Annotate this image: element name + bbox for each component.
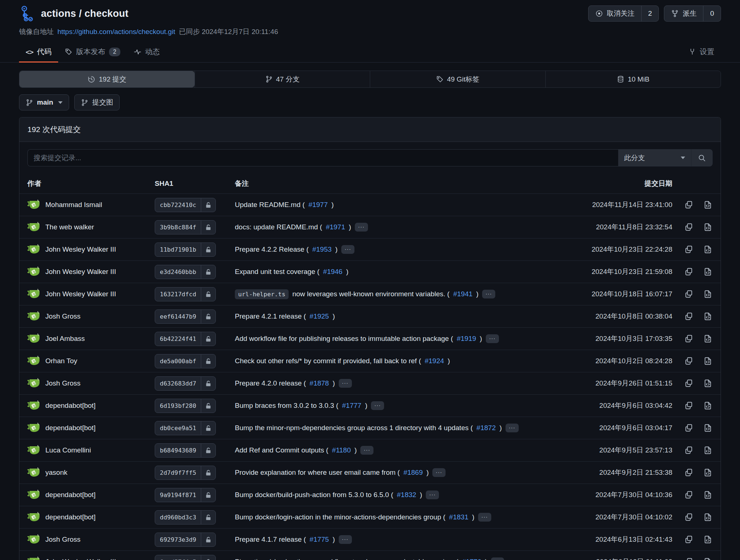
copy-sha-button[interactable] [684,401,694,410]
copy-sha-button[interactable] [684,200,694,210]
fork-count[interactable]: 0 [703,6,721,21]
copy-sha-button[interactable] [684,289,694,299]
commit-sha-badge[interactable]: e3d2460bbb [155,265,216,279]
fork-button[interactable]: 派生 0 [664,5,721,22]
expand-message-button[interactable]: ··· [482,290,495,298]
search-input[interactable] [27,149,618,166]
expand-message-button[interactable]: ··· [478,513,491,522]
copy-sha-button[interactable] [684,557,694,560]
view-file-at-commit-button[interactable] [703,446,713,455]
copy-sha-button[interactable] [684,334,694,343]
commit-sha-badge[interactable]: 6b42224f41 [155,332,216,346]
expand-message-button[interactable]: ··· [426,491,439,499]
commit-author[interactable]: Josh Gross [45,535,80,544]
commit-sha-badge[interactable]: 11bd71901b [155,243,216,257]
commit-sha[interactable]: cbb722410c [155,198,201,212]
view-file-at-commit-button[interactable] [703,468,713,477]
watch-count[interactable]: 2 [641,6,659,21]
commit-author[interactable]: Luca Comellini [45,446,91,454]
expand-message-button[interactable]: ··· [506,424,519,432]
commit-sha[interactable]: 6d193bf280 [155,399,201,413]
expand-message-button[interactable]: ··· [491,557,504,560]
tab-settings[interactable]: 设置 [682,42,721,62]
commit-sha[interactable]: dd960bd3c3 [155,511,201,524]
view-file-at-commit-button[interactable] [703,557,713,560]
expand-message-button[interactable]: ··· [432,468,446,477]
commit-author[interactable]: yasonk [45,469,67,477]
copy-sha-button[interactable] [684,490,694,500]
commit-sha-badge[interactable]: dd960bd3c3 [155,510,216,525]
copy-sha-button[interactable] [684,245,694,254]
commit-author[interactable]: dependabot[bot] [45,402,95,410]
tab-code[interactable]: <> 代码 [19,42,58,62]
commit-sha-badge[interactable]: de5a000abf [155,354,216,368]
commit-author[interactable]: Joel Ambass [45,335,85,343]
commit-author[interactable]: Josh Gross [45,379,80,387]
pr-link[interactable]: #1919 [457,335,476,343]
view-file-at-commit-button[interactable] [703,200,713,210]
pr-link[interactable]: #1953 [312,245,332,253]
commit-sha[interactable]: 11bd71901b [155,243,201,256]
commit-sha-badge[interactable]: 3b9b8c884f [155,220,216,234]
copy-sha-button[interactable] [684,535,694,544]
commit-author[interactable]: dependabot[bot] [45,424,95,432]
commit-sha-badge[interactable]: b684943689 [155,443,216,458]
copy-sha-button[interactable] [684,356,694,366]
commit-sha[interactable]: e3d2460bbb [155,265,201,279]
expand-message-button[interactable]: ··· [486,334,499,343]
commit-author[interactable]: John Wesley Walker III [45,245,116,253]
pr-link[interactable]: #1977 [308,201,328,209]
commit-sha[interactable]: 6b42224f41 [155,332,201,346]
branch-selector[interactable]: main [19,94,69,110]
pr-link[interactable]: #1878 [309,379,329,387]
pr-link[interactable]: #1946 [323,268,342,276]
stat-tags[interactable]: 49 Git标签 [370,71,545,87]
pr-link[interactable]: #1872 [477,424,496,432]
pr-link[interactable]: #1941 [453,290,473,298]
view-file-at-commit-button[interactable] [703,245,713,254]
view-file-at-commit-button[interactable] [703,267,713,277]
commit-author[interactable]: The web walker [45,223,94,231]
commit-author[interactable]: John Wesley Walker III [45,290,116,298]
commit-sha[interactable]: eef61447b9 [155,310,201,323]
pr-link[interactable]: #1775 [309,535,329,544]
copy-sha-button[interactable] [684,267,694,277]
pr-link[interactable]: #1971 [326,223,345,231]
commit-sha-badge[interactable]: 692973e3d9 [155,533,216,547]
commit-sha[interactable]: 163217dfcd [155,287,201,301]
pr-link[interactable]: #1832 [397,491,416,499]
commit-author[interactable]: Mohammad Ismail [45,201,102,209]
branch-scope-select[interactable]: 此分支 [618,149,691,166]
view-file-at-commit-button[interactable] [703,379,713,388]
copy-sha-button[interactable] [684,446,694,455]
commit-sha-badge[interactable]: db0cee9a51 [155,421,216,435]
commit-graph-button[interactable]: 提交图 [74,94,120,110]
commit-sha-badge[interactable]: d632683dd7 [155,376,216,391]
view-file-at-commit-button[interactable] [703,535,713,544]
stat-commits[interactable]: 192 提交 [19,71,195,87]
pr-link[interactable]: #1831 [449,513,469,521]
view-file-at-commit-button[interactable] [703,222,713,232]
pr-link[interactable]: #1925 [309,312,329,320]
view-file-at-commit-button[interactable] [703,312,713,321]
pr-link[interactable]: #1180 [332,446,351,454]
commit-author[interactable]: Josh Gross [45,312,80,320]
commit-sha-badge[interactable]: 6d193bf280 [155,399,216,413]
stat-branches[interactable]: 47 分支 [195,71,370,87]
commit-sha[interactable]: 3b9b8c884f [155,221,201,234]
copy-sha-button[interactable] [684,379,694,388]
view-file-at-commit-button[interactable] [703,401,713,410]
view-file-at-commit-button[interactable] [703,423,713,433]
search-button[interactable] [691,149,713,166]
view-file-at-commit-button[interactable] [703,334,713,343]
view-file-at-commit-button[interactable] [703,289,713,299]
commit-sha[interactable]: db0cee9a51 [155,421,201,435]
expand-message-button[interactable]: ··· [341,245,354,254]
view-file-at-commit-button[interactable] [703,490,713,500]
commit-sha[interactable]: 2d7d9f7ff5 [155,466,201,480]
commit-sha-badge[interactable]: eef61447b9 [155,309,216,324]
commit-sha[interactable]: d632683dd7 [155,377,201,390]
commit-sha-badge[interactable]: 2d7d9f7ff5 [155,466,216,480]
commit-author[interactable]: John Wesley Walker III [45,558,116,560]
commit-author[interactable]: dependabot[bot] [45,491,95,499]
